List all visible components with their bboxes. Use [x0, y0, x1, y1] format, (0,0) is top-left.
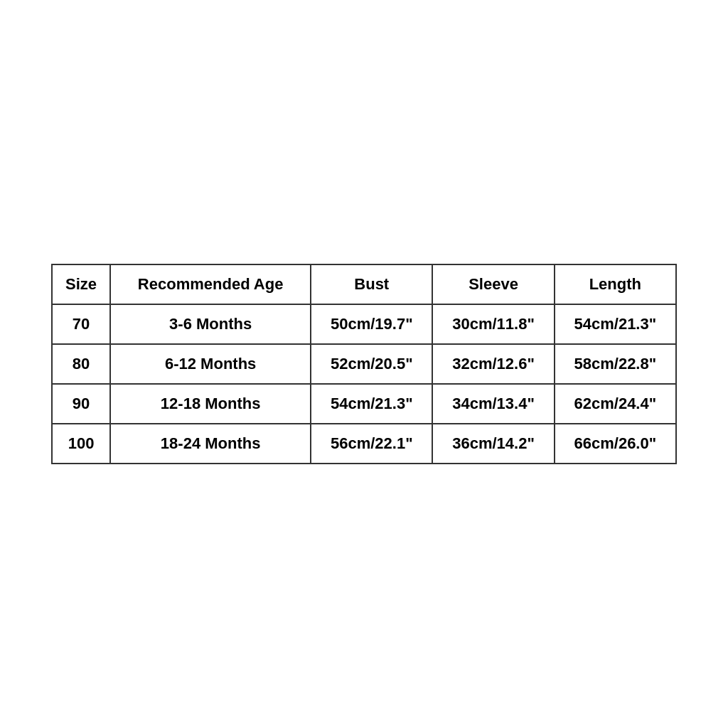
cell-size: 90 [52, 384, 110, 424]
cell-age: 3-6 Months [110, 304, 311, 344]
cell-size: 100 [52, 424, 110, 464]
cell-age: 6-12 Months [110, 344, 311, 384]
header-sleeve: Sleeve [432, 264, 554, 304]
cell-age: 12-18 Months [110, 384, 311, 424]
header-size: Size [52, 264, 110, 304]
table-row: 806-12 Months52cm/20.5"32cm/12.6"58cm/22… [52, 344, 676, 384]
cell-length: 54cm/21.3" [555, 304, 676, 344]
cell-length: 66cm/26.0" [555, 424, 676, 464]
table-row: 10018-24 Months56cm/22.1"36cm/14.2"66cm/… [52, 424, 676, 464]
header-recommended-age: Recommended Age [110, 264, 311, 304]
cell-length: 58cm/22.8" [555, 344, 676, 384]
size-chart-container: Size Recommended Age Bust Sleeve Length … [51, 264, 677, 464]
table-header-row: Size Recommended Age Bust Sleeve Length [52, 264, 676, 304]
cell-sleeve: 30cm/11.8" [432, 304, 554, 344]
cell-bust: 56cm/22.1" [311, 424, 432, 464]
cell-bust: 52cm/20.5" [311, 344, 432, 384]
cell-sleeve: 34cm/13.4" [432, 384, 554, 424]
header-bust: Bust [311, 264, 432, 304]
cell-bust: 54cm/21.3" [311, 384, 432, 424]
header-length: Length [555, 264, 676, 304]
table-row: 9012-18 Months54cm/21.3"34cm/13.4"62cm/2… [52, 384, 676, 424]
cell-size: 80 [52, 344, 110, 384]
cell-bust: 50cm/19.7" [311, 304, 432, 344]
cell-sleeve: 36cm/14.2" [432, 424, 554, 464]
cell-size: 70 [52, 304, 110, 344]
table-row: 703-6 Months50cm/19.7"30cm/11.8"54cm/21.… [52, 304, 676, 344]
cell-age: 18-24 Months [110, 424, 311, 464]
cell-length: 62cm/24.4" [555, 384, 676, 424]
cell-sleeve: 32cm/12.6" [432, 344, 554, 384]
size-chart-table: Size Recommended Age Bust Sleeve Length … [51, 264, 677, 464]
